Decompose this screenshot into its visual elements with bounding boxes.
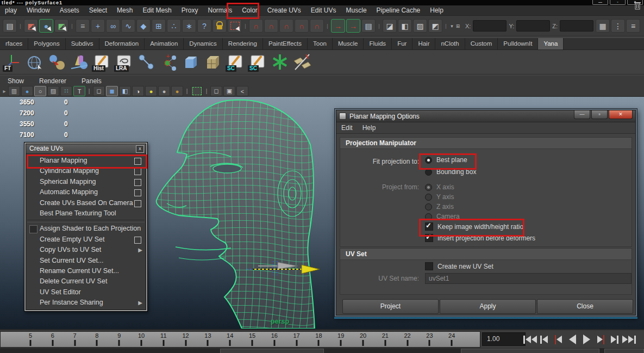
- joint-chain-icon[interactable]: [136, 52, 157, 72]
- shelf-tab-rfaces[interactable]: rfaces: [0, 38, 28, 49]
- menu-item-automatic-mapping[interactable]: Automatic Mapping: [26, 187, 146, 197]
- option-box-icon[interactable]: [134, 168, 141, 175]
- shelf-tab-painteffects[interactable]: PaintEffects: [263, 38, 308, 49]
- range-slider-box[interactable]: [604, 349, 644, 353]
- snap-to-plane-icon[interactable]: ∩: [295, 19, 309, 33]
- lock-icon[interactable]: [212, 19, 227, 33]
- menu-item-planar-mapping[interactable]: Planar Mapping: [26, 156, 146, 166]
- dialog-maximize-button[interactable]: ▫: [591, 110, 608, 119]
- snap-to-point-icon[interactable]: ∩: [279, 19, 293, 33]
- checkbox-icon[interactable]: [425, 234, 433, 242]
- projection-manipulator-header[interactable]: Projection Manipulator: [340, 138, 632, 149]
- particles-icon[interactable]: ∴: [167, 19, 181, 33]
- shelf-tab-hair[interactable]: Hair: [412, 38, 435, 49]
- shelf-tab-fur[interactable]: Fur: [392, 38, 412, 49]
- lra-icon[interactable]: LRA: [114, 52, 134, 72]
- snap-to-curve-icon[interactable]: ∩: [264, 19, 278, 33]
- dialog-menu-help[interactable]: Help: [358, 124, 381, 132]
- option-box-icon[interactable]: [134, 179, 141, 186]
- render-settings-icon[interactable]: ◩: [428, 19, 442, 33]
- step-forward-frame-button[interactable]: [608, 332, 622, 347]
- wireframe-cube-icon[interactable]: ◻: [93, 86, 105, 96]
- input-connections-icon[interactable]: →: [331, 19, 345, 33]
- coord-input-y[interactable]: [516, 20, 550, 32]
- range-slider-box[interactable]: [220, 349, 324, 353]
- history-pencil-icon[interactable]: Hist: [91, 52, 112, 72]
- textured-cube-icon[interactable]: ◧: [119, 86, 131, 96]
- poly-cube-icon[interactable]: [180, 52, 201, 72]
- move-tool-icon[interactable]: +: [91, 19, 105, 33]
- xray-cube-icon[interactable]: ◻: [210, 86, 222, 96]
- dropdown-icon[interactable]: ▾: [450, 19, 454, 33]
- shelf-tab-ncloth[interactable]: nCloth: [435, 38, 465, 49]
- assign-shader-checkbox[interactable]: [29, 225, 37, 233]
- render-current-frame-icon[interactable]: ◧: [398, 19, 412, 33]
- transfer-attributes-icon[interactable]: [47, 52, 67, 72]
- shelf-tab-custom[interactable]: Custom: [465, 38, 498, 49]
- marquee-select-icon[interactable]: [228, 19, 242, 33]
- subdiv-cube-icon[interactable]: [203, 52, 223, 72]
- keep-image-ratio-checkbox[interactable]: Keep image width/height ratio: [425, 222, 523, 231]
- menu-item-assign-shader-to-each-projection[interactable]: Assign Shader to Each Projection: [26, 224, 146, 234]
- shelf-tab-yana[interactable]: Yana: [538, 38, 564, 49]
- shelf-tab-toon[interactable]: Toon: [308, 38, 333, 49]
- tearoff-title[interactable]: Create UVs x: [26, 144, 146, 154]
- insert-projection-checkbox[interactable]: Insert projection before deformers: [425, 234, 535, 242]
- menu-edit-mesh[interactable]: Edit Mesh: [137, 5, 176, 15]
- step-back-key-button[interactable]: [551, 332, 565, 347]
- shelf-tab-deformation[interactable]: Deformation: [99, 38, 145, 49]
- primitives-icon[interactable]: [69, 52, 90, 72]
- light-gray-icon[interactable]: ●: [158, 86, 170, 96]
- ipr-render-icon[interactable]: ▨: [413, 19, 427, 33]
- shelf-tab-subdivs[interactable]: Subdivs: [66, 38, 99, 49]
- menu-proxy[interactable]: Proxy: [177, 5, 203, 15]
- project-button[interactable]: Project: [342, 299, 439, 314]
- light-gold-icon[interactable]: ●: [171, 86, 183, 96]
- menu-muscle[interactable]: Muscle: [341, 5, 372, 15]
- planar-projection-manipulator[interactable]: [247, 260, 326, 278]
- frame-ruler[interactable]: 56789101112131415161718192021222324: [0, 331, 480, 348]
- option-box-icon[interactable]: [134, 237, 141, 244]
- fit-option-bounding-box[interactable]: Bounding box: [425, 168, 476, 176]
- make-live-icon[interactable]: ∩: [310, 19, 324, 33]
- light-yellow-icon[interactable]: ●: [145, 86, 157, 96]
- output-connections-icon[interactable]: →: [346, 19, 360, 33]
- menu-mesh[interactable]: Mesh: [112, 5, 137, 15]
- option-box-icon[interactable]: [134, 189, 141, 196]
- menu-item-create-empty-uv-set[interactable]: Create Empty UV Set: [26, 234, 146, 245]
- symmetry-icon[interactable]: ⊞: [456, 19, 460, 33]
- shelf-tab-muscle[interactable]: Muscle: [333, 38, 364, 49]
- panel-expand-icon[interactable]: ▸: [1, 88, 8, 94]
- lattice-icon[interactable]: ⊞: [152, 19, 166, 33]
- select-by-object-icon[interactable]: ●: [39, 19, 53, 33]
- uv-set-header[interactable]: UV Set: [340, 249, 632, 260]
- shelf-tab-dynamics[interactable]: Dynamics: [184, 38, 222, 49]
- menu-pipeline-cache[interactable]: Pipeline Cache: [372, 5, 426, 15]
- crossed-planes-icon[interactable]: [292, 52, 312, 72]
- shelf-tab-polygons[interactable]: Polygons: [28, 38, 65, 49]
- shaded-cube-icon[interactable]: ◼: [106, 86, 118, 96]
- film-gate-icon[interactable]: ▥: [8, 86, 20, 96]
- save-icon[interactable]: ▤: [3, 19, 17, 33]
- menu-color[interactable]: Color: [237, 5, 262, 15]
- dialog-minimize-button[interactable]: —: [574, 110, 590, 119]
- menu-normals[interactable]: Normals: [203, 5, 237, 15]
- step-forward-key-button[interactable]: [593, 332, 608, 347]
- coord-input-z[interactable]: [560, 20, 593, 32]
- sc-pencil-icon[interactable]: SC: [225, 52, 246, 72]
- safe-action-icon[interactable]: ∷: [60, 86, 72, 96]
- panel-menu-show[interactable]: Show: [0, 77, 32, 85]
- paint-effects-icon[interactable]: ∗: [182, 19, 196, 33]
- render-view-icon[interactable]: ◪: [383, 19, 397, 33]
- menu-assets[interactable]: Assets: [55, 5, 84, 15]
- menu-create-uvs[interactable]: Create UVs: [262, 5, 306, 15]
- wireframe-head-mesh[interactable]: [154, 97, 326, 329]
- globe-select-icon[interactable]: [24, 52, 45, 72]
- panel-menu-panels[interactable]: Panels: [74, 77, 109, 85]
- coord-input-x[interactable]: [473, 20, 507, 32]
- go-to-start-button[interactable]: [523, 332, 537, 347]
- menu-item-best-plane-texturing-tool[interactable]: Best Plane Texturing Tool: [26, 208, 146, 219]
- menu-item-cylindrical-mapping[interactable]: Cylindrical Mapping: [26, 166, 146, 176]
- shelf-tab-animation[interactable]: Animation: [145, 38, 184, 49]
- sc-pencil-icon-2[interactable]: SC: [247, 52, 268, 72]
